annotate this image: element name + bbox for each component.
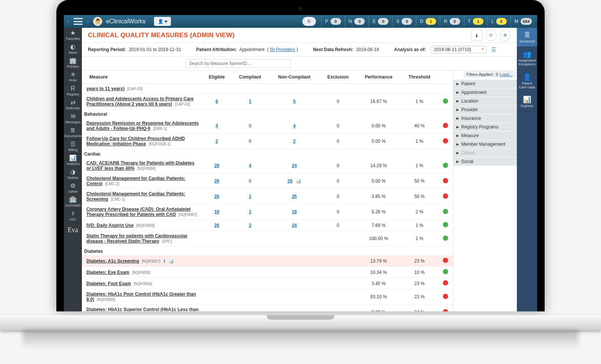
info-icon[interactable]: ℹ [164,259,165,263]
cell-link[interactable]: 26 [214,223,219,228]
measure-row[interactable]: IVD: Daily Aspirin Use [NQF0068]2622407.… [82,220,453,231]
counter-r[interactable]: R0 [440,15,464,28]
cell-link[interactable]: 4 [293,123,296,128]
cell-link[interactable]: 24 [292,223,297,228]
cell-link[interactable]: 1 [249,99,252,104]
chart-icon[interactable]: 📊 [169,259,174,263]
providers-link[interactable]: 50 Providers [270,47,295,52]
measure-name[interactable]: Diabetes: Eye Exam [86,270,129,275]
counter-s[interactable]: S0 [392,15,416,28]
download-button[interactable]: ⤓ [471,30,482,41]
counter-m[interactable]: M684 [510,15,536,28]
measure-row[interactable]: Cholesterol Management for Cardiac Patie… [82,174,453,189]
leftnav-billing[interactable]: ☰Billing [64,140,82,154]
cell-link[interactable]: 26 [214,194,219,199]
leftnav-healow[interactable]: ◑healow [64,168,82,181]
measure-name[interactable]: Coronary Artery Disease (CAD): Oral Anti… [86,207,190,217]
measure-name[interactable]: Diabetes: HbA1c Superior Control (HbA1c … [86,307,199,311]
patient-lookup-button[interactable]: 👤 ▾ [154,17,171,26]
cell-link[interactable]: 2 [293,139,296,144]
settings-button[interactable]: ✻ [500,30,511,41]
analysis-date-select[interactable]: 2019-06-11 (#710) [430,46,487,53]
measure-row[interactable]: Diabetes: HbA1c Poor Control (HbA1c Grea… [82,289,453,305]
analysis-list-icon[interactable]: ☰ [491,47,496,53]
nav-back-button[interactable]: ‹ [65,16,71,27]
filter-provider[interactable]: ▶Provider [453,106,517,114]
counter-t[interactable]: T1 [464,15,487,28]
measure-name[interactable]: IVD: Daily Aspirin Use [86,223,134,228]
measure-row[interactable]: Statin Therapy for patients with Cardiov… [82,231,453,246]
measure-row[interactable]: Diabetes: HbA1c Superior Control (HbA1c … [82,305,453,312]
cell-link[interactable]: 2 [216,139,218,144]
cell-link[interactable]: 5 [293,99,296,104]
refresh-action-button[interactable]: ⟳ [485,30,497,41]
cell-link[interactable]: 25 [292,194,297,199]
leftnav-occhealth[interactable]: 🏥OccHealth [64,195,82,209]
filter-measure[interactable]: ▶Measure [453,131,517,140]
leftnav-messages[interactable]: ✉Messages [64,112,82,126]
measure-name[interactable]: Depression Remission or Response for Ado… [86,121,199,131]
cell-link[interactable]: 6 [216,99,218,104]
cell-link[interactable]: 28 [214,163,219,168]
nav-forward-button[interactable]: › [85,16,91,27]
filter-appointment[interactable]: ▶Appointment [453,88,517,97]
search-input[interactable] [186,59,291,68]
counter-n[interactable]: N0 [345,15,369,28]
measure-row[interactable]: CAD: ACE/ARB Therapy for Patients with D… [82,158,453,174]
cell-link[interactable]: 26 [214,178,219,184]
measure-row[interactable]: years to 11 years) [CAP-03] [82,84,453,94]
rightnav-assignment-exceptions[interactable]: 👥Assignment Exceptions [517,47,537,70]
cell-link[interactable]: 26 [287,178,292,184]
cell-link[interactable]: 19 [214,209,219,214]
measure-name[interactable]: Diabetes: Foot Exam [86,281,131,286]
filter-social[interactable]: ▶Social [453,157,517,166]
measure-row[interactable]: Depression Remission or Response for Ado… [82,118,453,134]
leftnav-favorites[interactable]: ★Favorites [64,29,82,42]
chart-icon[interactable]: 📊 [296,179,301,183]
measure-name[interactable]: Cholesterol Management for Cardiac Patie… [86,176,185,186]
cell-link[interactable]: 1 [249,209,252,214]
measure-row[interactable]: Coronary Artery Disease (CAD): Oral Anti… [82,204,453,220]
counter-l[interactable]: L0 [487,15,510,28]
leftnav-registry[interactable]: RRegistry [64,84,82,98]
leftnav-menu[interactable]: ◐Menu [64,42,82,56]
filter-location[interactable]: ▶Location [453,97,517,106]
rightnav-scorecard[interactable]: ≣Scorecard [517,28,537,47]
leftnav-admin[interactable]: ⚙Admin [64,181,82,195]
cell-link[interactable]: 4 [249,163,252,168]
leftnav-analytics[interactable]: 📊Analytics [64,154,82,168]
counter-e[interactable]: E0 [368,15,392,28]
measure-row[interactable]: Diabetes: Eye Exam [NQF0055]10.34 %10 % [82,267,453,278]
rightnav-explorer[interactable]: 📊Explorer [517,92,537,112]
leftnav-asc[interactable]: ⚕ASC [64,209,82,223]
measure-row[interactable]: Diabetes: A1c Screening [NQF0057] ℹ 📊13.… [82,255,453,267]
leftnav-practice[interactable]: 🏢Practice [64,56,82,70]
cell-link[interactable]: 18 [292,209,297,214]
cell-link[interactable]: 4 [216,123,218,128]
measure-row[interactable]: Cholesterol Management for Cardiac Patie… [82,189,453,204]
measure-name[interactable]: years to 11 years) [86,86,124,91]
measure-name[interactable]: Cholesterol Management for Cardiac Patie… [86,191,185,202]
menu-toggle-button[interactable] [74,18,83,25]
cell-link[interactable]: 24 [292,163,297,168]
leftnav-documents[interactable]: 🗎Documents [64,126,82,140]
measure-row[interactable]: Diabetes: Foot Exam [NQF0056]3.45 %23 % [82,278,453,289]
filter-registry-programs[interactable]: ▶Registry Programs [453,123,517,131]
leftnav-referrals[interactable]: ⇄Referrals [64,98,82,112]
measure-name[interactable]: Statin Therapy for patients with Cardiov… [86,233,187,244]
measure-name[interactable]: Diabetes: A1c Screening [86,258,139,264]
measure-row[interactable]: Children and Adolescents Access to Prima… [82,94,453,109]
counter-p[interactable]: P0 [321,15,345,28]
filter-member-management[interactable]: ▶Member Management [453,140,517,149]
user-avatar[interactable]: 👨‍⚕️ [93,17,102,26]
refresh-button[interactable]: ↻ [302,17,316,26]
cell-link[interactable]: 2 [249,223,252,228]
filter-insurance[interactable]: ▶Insurance [453,114,517,123]
filters-load-link[interactable]: Load... [500,72,512,77]
leftnav-phm[interactable]: ✳PHM [64,70,82,84]
measures-table-wrap[interactable]: MeasureEligibleCompliantNon-CompliantExc… [82,71,453,311]
cell-link[interactable]: 1 [249,194,252,199]
rightnav-patient-care-gaps[interactable]: 👤Patient Care Gaps [517,70,537,93]
measure-row[interactable]: Follow-Up Care for Children Prescribed A… [82,134,453,149]
filter-patient[interactable]: ▶Patient [453,80,517,88]
